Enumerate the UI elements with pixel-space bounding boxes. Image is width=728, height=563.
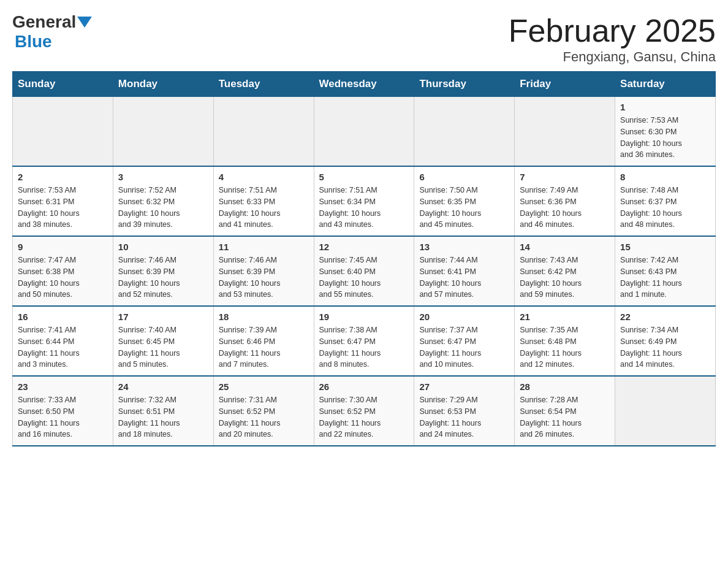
page-header: General Blue February 2025 Fengxiang, Ga…	[12, 12, 716, 65]
day-info: Sunrise: 7:43 AMSunset: 6:42 PMDaylight:…	[520, 255, 610, 301]
day-info: Sunrise: 7:44 AMSunset: 6:41 PMDaylight:…	[419, 255, 509, 301]
calendar-cell: 10Sunrise: 7:46 AMSunset: 6:39 PMDayligh…	[113, 236, 213, 306]
calendar-cell: 7Sunrise: 7:49 AMSunset: 6:36 PMDaylight…	[515, 166, 615, 236]
day-number: 5	[319, 172, 409, 182]
day-info: Sunrise: 7:49 AMSunset: 6:36 PMDaylight:…	[520, 185, 610, 231]
day-info: Sunrise: 7:45 AMSunset: 6:40 PMDaylight:…	[319, 255, 409, 301]
day-number: 7	[520, 172, 610, 182]
calendar-cell: 19Sunrise: 7:38 AMSunset: 6:47 PMDayligh…	[314, 306, 414, 376]
calendar-cell: 24Sunrise: 7:32 AMSunset: 6:51 PMDayligh…	[113, 376, 213, 446]
day-info: Sunrise: 7:29 AMSunset: 6:53 PMDaylight:…	[419, 394, 509, 440]
calendar-cell: 12Sunrise: 7:45 AMSunset: 6:40 PMDayligh…	[314, 236, 414, 306]
month-title: February 2025	[509, 12, 716, 49]
day-number: 19	[319, 312, 409, 322]
day-number: 28	[520, 381, 610, 392]
day-number: 12	[319, 242, 409, 252]
calendar-cell: 11Sunrise: 7:46 AMSunset: 6:39 PMDayligh…	[213, 236, 314, 306]
calendar-cell: 28Sunrise: 7:28 AMSunset: 6:54 PMDayligh…	[515, 376, 615, 446]
calendar-cell	[13, 97, 113, 167]
calendar-cell: 5Sunrise: 7:51 AMSunset: 6:34 PMDaylight…	[314, 166, 414, 236]
day-number: 4	[219, 172, 309, 182]
weekday-header-wednesday: Wednesday	[314, 72, 414, 97]
weekday-header-tuesday: Tuesday	[213, 72, 314, 97]
calendar-cell: 14Sunrise: 7:43 AMSunset: 6:42 PMDayligh…	[515, 236, 615, 306]
day-number: 18	[219, 312, 309, 322]
calendar-cell: 22Sunrise: 7:34 AMSunset: 6:49 PMDayligh…	[615, 306, 716, 376]
location-title: Fengxiang, Gansu, China	[509, 49, 716, 65]
calendar-cell	[615, 376, 716, 446]
calendar-week-1: 1Sunrise: 7:53 AMSunset: 6:30 PMDaylight…	[13, 97, 716, 167]
day-info: Sunrise: 7:39 AMSunset: 6:46 PMDaylight:…	[219, 324, 309, 370]
calendar-week-2: 2Sunrise: 7:53 AMSunset: 6:31 PMDaylight…	[13, 166, 716, 236]
logo-arrow-icon	[77, 17, 92, 28]
day-info: Sunrise: 7:42 AMSunset: 6:43 PMDaylight:…	[620, 255, 710, 301]
day-number: 9	[18, 242, 108, 252]
calendar-cell: 26Sunrise: 7:30 AMSunset: 6:52 PMDayligh…	[314, 376, 414, 446]
title-section: February 2025 Fengxiang, Gansu, China	[509, 12, 716, 65]
day-info: Sunrise: 7:53 AMSunset: 6:31 PMDaylight:…	[18, 185, 108, 231]
day-info: Sunrise: 7:46 AMSunset: 6:39 PMDaylight:…	[118, 255, 208, 301]
weekday-header-monday: Monday	[113, 72, 213, 97]
weekday-header-saturday: Saturday	[615, 72, 716, 97]
day-info: Sunrise: 7:40 AMSunset: 6:45 PMDaylight:…	[118, 324, 208, 370]
day-info: Sunrise: 7:46 AMSunset: 6:39 PMDaylight:…	[219, 255, 309, 301]
day-number: 1	[620, 102, 710, 112]
calendar-cell: 27Sunrise: 7:29 AMSunset: 6:53 PMDayligh…	[414, 376, 515, 446]
calendar-table: SundayMondayTuesdayWednesdayThursdayFrid…	[12, 71, 716, 446]
calendar-cell: 2Sunrise: 7:53 AMSunset: 6:31 PMDaylight…	[13, 166, 113, 236]
day-info: Sunrise: 7:37 AMSunset: 6:47 PMDaylight:…	[419, 324, 509, 370]
day-info: Sunrise: 7:51 AMSunset: 6:33 PMDaylight:…	[219, 185, 309, 231]
calendar-cell: 16Sunrise: 7:41 AMSunset: 6:44 PMDayligh…	[13, 306, 113, 376]
calendar-cell: 13Sunrise: 7:44 AMSunset: 6:41 PMDayligh…	[414, 236, 515, 306]
calendar-week-5: 23Sunrise: 7:33 AMSunset: 6:50 PMDayligh…	[13, 376, 716, 446]
day-number: 24	[118, 381, 208, 392]
day-number: 3	[118, 172, 208, 182]
day-number: 23	[18, 381, 108, 392]
day-number: 14	[520, 242, 610, 252]
calendar-cell: 4Sunrise: 7:51 AMSunset: 6:33 PMDaylight…	[213, 166, 314, 236]
calendar-cell	[213, 97, 314, 167]
day-info: Sunrise: 7:33 AMSunset: 6:50 PMDaylight:…	[18, 394, 108, 440]
calendar-cell: 18Sunrise: 7:39 AMSunset: 6:46 PMDayligh…	[213, 306, 314, 376]
logo-blue-text: Blue	[15, 32, 52, 51]
calendar-cell	[113, 97, 213, 167]
day-info: Sunrise: 7:31 AMSunset: 6:52 PMDaylight:…	[219, 394, 309, 440]
day-number: 25	[219, 381, 309, 392]
calendar-cell: 8Sunrise: 7:48 AMSunset: 6:37 PMDaylight…	[615, 166, 716, 236]
calendar-cell: 25Sunrise: 7:31 AMSunset: 6:52 PMDayligh…	[213, 376, 314, 446]
day-info: Sunrise: 7:50 AMSunset: 6:35 PMDaylight:…	[419, 185, 509, 231]
day-number: 26	[319, 381, 409, 392]
day-number: 17	[118, 312, 208, 322]
day-info: Sunrise: 7:41 AMSunset: 6:44 PMDaylight:…	[18, 324, 108, 370]
calendar-cell	[414, 97, 515, 167]
day-info: Sunrise: 7:30 AMSunset: 6:52 PMDaylight:…	[319, 394, 409, 440]
calendar-cell: 1Sunrise: 7:53 AMSunset: 6:30 PMDaylight…	[615, 97, 716, 167]
weekday-header-sunday: Sunday	[13, 72, 113, 97]
day-number: 27	[419, 381, 509, 392]
calendar-cell	[515, 97, 615, 167]
day-number: 2	[18, 172, 108, 182]
day-info: Sunrise: 7:32 AMSunset: 6:51 PMDaylight:…	[118, 394, 208, 440]
day-info: Sunrise: 7:38 AMSunset: 6:47 PMDaylight:…	[319, 324, 409, 370]
calendar-cell: 23Sunrise: 7:33 AMSunset: 6:50 PMDayligh…	[13, 376, 113, 446]
calendar-cell: 21Sunrise: 7:35 AMSunset: 6:48 PMDayligh…	[515, 306, 615, 376]
calendar-cell	[314, 97, 414, 167]
calendar-cell: 17Sunrise: 7:40 AMSunset: 6:45 PMDayligh…	[113, 306, 213, 376]
day-number: 22	[620, 312, 710, 322]
day-number: 21	[520, 312, 610, 322]
weekday-header-thursday: Thursday	[414, 72, 515, 97]
day-number: 6	[419, 172, 509, 182]
calendar-cell: 20Sunrise: 7:37 AMSunset: 6:47 PMDayligh…	[414, 306, 515, 376]
calendar-week-3: 9Sunrise: 7:47 AMSunset: 6:38 PMDaylight…	[13, 236, 716, 306]
day-number: 15	[620, 242, 710, 252]
day-info: Sunrise: 7:47 AMSunset: 6:38 PMDaylight:…	[18, 255, 108, 301]
day-number: 10	[118, 242, 208, 252]
day-info: Sunrise: 7:53 AMSunset: 6:30 PMDaylight:…	[620, 115, 710, 161]
day-info: Sunrise: 7:52 AMSunset: 6:32 PMDaylight:…	[118, 185, 208, 231]
logo-general-text: General	[12, 12, 76, 32]
day-number: 20	[419, 312, 509, 322]
day-info: Sunrise: 7:34 AMSunset: 6:49 PMDaylight:…	[620, 324, 710, 370]
calendar-cell: 9Sunrise: 7:47 AMSunset: 6:38 PMDaylight…	[13, 236, 113, 306]
day-number: 8	[620, 172, 710, 182]
weekday-header-friday: Friday	[515, 72, 615, 97]
